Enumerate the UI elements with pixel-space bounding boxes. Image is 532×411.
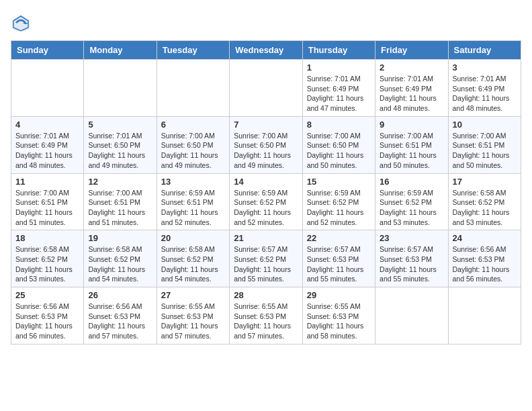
- day-info: Sunrise: 7:00 AMSunset: 6:50 PMDaylight:…: [307, 131, 371, 171]
- calendar-table: SundayMondayTuesdayWednesdayThursdayFrid…: [11, 40, 521, 345]
- day-number: 25: [15, 290, 79, 300]
- day-info: Sunrise: 7:00 AMSunset: 6:51 PMDaylight:…: [380, 131, 443, 171]
- day-number: 10: [453, 120, 517, 130]
- day-info: Sunrise: 6:56 AMSunset: 6:53 PMDaylight:…: [453, 244, 517, 284]
- calendar-cell: [230, 60, 302, 117]
- day-info: Sunrise: 7:01 AMSunset: 6:49 PMDaylight:…: [453, 74, 517, 113]
- calendar-cell: 6Sunrise: 7:00 AMSunset: 6:50 PMDaylight…: [157, 116, 229, 173]
- day-number: 23: [380, 233, 443, 243]
- day-info: Sunrise: 6:58 AMSunset: 6:52 PMDaylight:…: [15, 244, 79, 284]
- day-info: Sunrise: 7:01 AMSunset: 6:49 PMDaylight:…: [15, 131, 79, 171]
- day-number: 15: [307, 177, 371, 187]
- day-info: Sunrise: 6:58 AMSunset: 6:52 PMDaylight:…: [453, 188, 517, 228]
- day-info: Sunrise: 6:59 AMSunset: 6:52 PMDaylight:…: [234, 188, 298, 228]
- week-row-5: 25Sunrise: 6:56 AMSunset: 6:53 PMDayligh…: [11, 287, 521, 345]
- calendar-cell: 19Sunrise: 6:58 AMSunset: 6:52 PMDayligh…: [84, 230, 157, 287]
- calendar-cell: 13Sunrise: 6:59 AMSunset: 6:51 PMDayligh…: [157, 173, 229, 230]
- day-number: 9: [380, 120, 443, 130]
- calendar-cell: 11Sunrise: 7:00 AMSunset: 6:51 PMDayligh…: [11, 173, 84, 230]
- day-info: Sunrise: 6:57 AMSunset: 6:53 PMDaylight:…: [307, 244, 371, 284]
- week-row-3: 11Sunrise: 7:00 AMSunset: 6:51 PMDayligh…: [11, 173, 521, 230]
- day-number: 22: [307, 233, 371, 243]
- calendar-cell: 22Sunrise: 6:57 AMSunset: 6:53 PMDayligh…: [302, 230, 375, 287]
- calendar-cell: 24Sunrise: 6:56 AMSunset: 6:53 PMDayligh…: [448, 230, 521, 287]
- page-header: [11, 11, 521, 34]
- day-info: Sunrise: 6:56 AMSunset: 6:53 PMDaylight:…: [15, 302, 79, 341]
- day-info: Sunrise: 6:55 AMSunset: 6:53 PMDaylight:…: [234, 302, 298, 341]
- calendar-cell: 16Sunrise: 6:59 AMSunset: 6:52 PMDayligh…: [375, 173, 448, 230]
- calendar-cell: 26Sunrise: 6:56 AMSunset: 6:53 PMDayligh…: [84, 287, 157, 345]
- calendar-cell: 23Sunrise: 6:57 AMSunset: 6:53 PMDayligh…: [375, 230, 448, 287]
- day-header-wednesday: Wednesday: [230, 41, 302, 60]
- day-number: 14: [234, 177, 298, 187]
- day-number: 26: [88, 290, 152, 300]
- day-info: Sunrise: 6:59 AMSunset: 6:51 PMDaylight:…: [161, 188, 225, 228]
- day-header-saturday: Saturday: [448, 41, 521, 60]
- calendar-cell: [448, 287, 521, 345]
- day-info: Sunrise: 6:55 AMSunset: 6:53 PMDaylight:…: [307, 302, 371, 341]
- day-number: 6: [161, 120, 225, 130]
- calendar-cell: 2Sunrise: 7:01 AMSunset: 6:49 PMDaylight…: [375, 60, 448, 117]
- day-number: 11: [15, 177, 79, 187]
- day-info: Sunrise: 6:56 AMSunset: 6:53 PMDaylight:…: [88, 302, 152, 341]
- day-number: 8: [307, 120, 371, 130]
- day-info: Sunrise: 7:01 AMSunset: 6:49 PMDaylight:…: [307, 74, 371, 113]
- week-row-4: 18Sunrise: 6:58 AMSunset: 6:52 PMDayligh…: [11, 230, 521, 287]
- calendar-cell: 25Sunrise: 6:56 AMSunset: 6:53 PMDayligh…: [11, 287, 84, 345]
- day-number: 5: [88, 120, 152, 130]
- day-number: 24: [453, 233, 517, 243]
- calendar-cell: 12Sunrise: 7:00 AMSunset: 6:51 PMDayligh…: [84, 173, 157, 230]
- calendar-cell: 4Sunrise: 7:01 AMSunset: 6:49 PMDaylight…: [11, 116, 84, 173]
- week-row-1: 1Sunrise: 7:01 AMSunset: 6:49 PMDaylight…: [11, 60, 521, 117]
- calendar-cell: 21Sunrise: 6:57 AMSunset: 6:52 PMDayligh…: [230, 230, 302, 287]
- day-number: 3: [453, 62, 517, 73]
- day-header-friday: Friday: [375, 41, 448, 60]
- day-number: 4: [15, 120, 79, 130]
- day-number: 19: [88, 233, 152, 243]
- calendar-cell: [157, 60, 229, 117]
- calendar-cell: 28Sunrise: 6:55 AMSunset: 6:53 PMDayligh…: [230, 287, 302, 345]
- week-row-2: 4Sunrise: 7:01 AMSunset: 6:49 PMDaylight…: [11, 116, 521, 173]
- calendar-cell: 29Sunrise: 6:55 AMSunset: 6:53 PMDayligh…: [302, 287, 375, 345]
- day-info: Sunrise: 6:57 AMSunset: 6:52 PMDaylight:…: [234, 244, 298, 284]
- day-number: 28: [234, 290, 298, 300]
- calendar-cell: [375, 287, 448, 345]
- day-info: Sunrise: 7:00 AMSunset: 6:51 PMDaylight:…: [15, 188, 79, 228]
- calendar-cell: 15Sunrise: 6:59 AMSunset: 6:52 PMDayligh…: [302, 173, 375, 230]
- calendar-cell: 3Sunrise: 7:01 AMSunset: 6:49 PMDaylight…: [448, 60, 521, 117]
- day-header-thursday: Thursday: [302, 41, 375, 60]
- day-number: 16: [380, 177, 443, 187]
- day-header-sunday: Sunday: [11, 41, 84, 60]
- day-info: Sunrise: 7:00 AMSunset: 6:51 PMDaylight:…: [453, 131, 517, 171]
- day-info: Sunrise: 6:59 AMSunset: 6:52 PMDaylight:…: [380, 188, 443, 228]
- day-info: Sunrise: 6:58 AMSunset: 6:52 PMDaylight:…: [88, 244, 152, 284]
- day-info: Sunrise: 6:59 AMSunset: 6:52 PMDaylight:…: [307, 188, 371, 228]
- calendar-cell: 27Sunrise: 6:55 AMSunset: 6:53 PMDayligh…: [157, 287, 229, 345]
- day-info: Sunrise: 7:01 AMSunset: 6:50 PMDaylight:…: [88, 131, 152, 171]
- calendar-cell: 10Sunrise: 7:00 AMSunset: 6:51 PMDayligh…: [448, 116, 521, 173]
- calendar-cell: 5Sunrise: 7:01 AMSunset: 6:50 PMDaylight…: [84, 116, 157, 173]
- logo: [11, 13, 34, 34]
- day-info: Sunrise: 7:00 AMSunset: 6:50 PMDaylight:…: [161, 131, 225, 171]
- day-info: Sunrise: 7:00 AMSunset: 6:50 PMDaylight:…: [234, 131, 298, 171]
- day-number: 7: [234, 120, 298, 130]
- day-info: Sunrise: 6:58 AMSunset: 6:52 PMDaylight:…: [161, 244, 225, 284]
- calendar-cell: 9Sunrise: 7:00 AMSunset: 6:51 PMDaylight…: [375, 116, 448, 173]
- day-number: 1: [307, 62, 371, 73]
- day-number: 13: [161, 177, 225, 187]
- logo-icon: [11, 13, 31, 34]
- day-number: 18: [15, 233, 79, 243]
- calendar-cell: 7Sunrise: 7:00 AMSunset: 6:50 PMDaylight…: [230, 116, 302, 173]
- day-info: Sunrise: 7:00 AMSunset: 6:51 PMDaylight:…: [88, 188, 152, 228]
- calendar-cell: [11, 60, 84, 117]
- day-number: 2: [380, 62, 443, 73]
- day-header-monday: Monday: [84, 41, 157, 60]
- day-number: 17: [453, 177, 517, 187]
- day-number: 12: [88, 177, 152, 187]
- day-info: Sunrise: 7:01 AMSunset: 6:49 PMDaylight:…: [380, 74, 443, 113]
- day-info: Sunrise: 6:55 AMSunset: 6:53 PMDaylight:…: [161, 302, 225, 341]
- day-number: 20: [161, 233, 225, 243]
- day-header-tuesday: Tuesday: [157, 41, 229, 60]
- calendar-cell: 20Sunrise: 6:58 AMSunset: 6:52 PMDayligh…: [157, 230, 229, 287]
- calendar-cell: 14Sunrise: 6:59 AMSunset: 6:52 PMDayligh…: [230, 173, 302, 230]
